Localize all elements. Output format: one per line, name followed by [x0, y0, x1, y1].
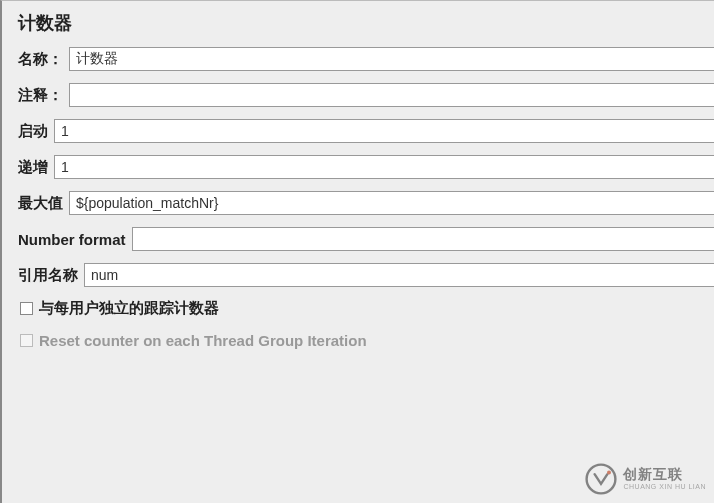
name-input[interactable] [69, 47, 714, 71]
increment-label: 递增 [18, 158, 48, 177]
watermark: 创新互联 CHUANG XIN HU LIAN [585, 463, 706, 495]
maximum-label: 最大值 [18, 194, 63, 213]
start-label: 启动 [18, 122, 48, 141]
number-format-row: Number format [6, 227, 714, 251]
reference-name-label: 引用名称 [18, 266, 78, 285]
svg-point-0 [587, 465, 616, 494]
increment-row: 递增 [6, 155, 714, 179]
per-user-checkbox-label: 与每用户独立的跟踪计数器 [39, 299, 219, 318]
increment-input[interactable] [54, 155, 714, 179]
start-input[interactable] [54, 119, 714, 143]
maximum-input[interactable] [69, 191, 714, 215]
maximum-row: 最大值 [6, 191, 714, 215]
reference-name-input[interactable] [84, 263, 714, 287]
panel-title: 计数器 [6, 1, 714, 47]
reset-on-iteration-checkbox-row: Reset counter on each Thread Group Itera… [6, 332, 714, 349]
comment-input[interactable] [69, 83, 714, 107]
start-row: 启动 [6, 119, 714, 143]
watermark-text: 创新互联 CHUANG XIN HU LIAN [623, 467, 706, 490]
name-label: 名称： [18, 50, 63, 69]
reference-name-row: 引用名称 [6, 263, 714, 287]
reset-on-iteration-checkbox [20, 334, 33, 347]
watermark-en-text: CHUANG XIN HU LIAN [623, 483, 706, 491]
counter-config-panel: 计数器 名称： 注释： 启动 递增 最大值 Number format 引用名称… [2, 1, 714, 503]
number-format-label: Number format [18, 231, 126, 248]
comment-label: 注释： [18, 86, 63, 105]
watermark-cn-text: 创新互联 [623, 467, 706, 482]
watermark-logo-icon [585, 463, 617, 495]
name-row: 名称： [6, 47, 714, 71]
per-user-checkbox-row: 与每用户独立的跟踪计数器 [6, 299, 714, 318]
reset-on-iteration-checkbox-label: Reset counter on each Thread Group Itera… [39, 332, 367, 349]
comment-row: 注释： [6, 83, 714, 107]
svg-point-1 [607, 471, 611, 475]
number-format-input[interactable] [132, 227, 714, 251]
per-user-checkbox[interactable] [20, 302, 33, 315]
